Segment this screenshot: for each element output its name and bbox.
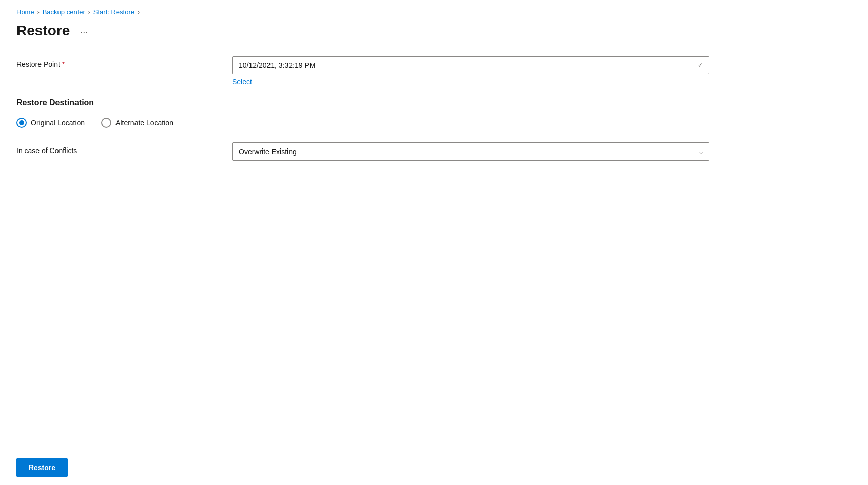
breadcrumb-separator-2: › <box>88 9 90 16</box>
conflicts-label: In case of Conflicts <box>16 142 232 155</box>
conflicts-value: Overwrite Existing <box>239 147 297 156</box>
breadcrumb-backup-center[interactable]: Backup center <box>43 8 85 16</box>
restore-point-label: Restore Point * <box>16 56 232 68</box>
alternate-location-option[interactable]: Alternate Location <box>101 118 173 128</box>
restore-form: Restore Point * 10/12/2021, 3:32:19 PM ✓… <box>16 56 709 161</box>
required-indicator: * <box>62 60 65 68</box>
restore-destination-section: Restore Destination Original Location Al… <box>16 98 709 128</box>
alternate-location-radio[interactable] <box>101 118 111 128</box>
conflicts-control: Overwrite Existing ⌵ <box>232 142 709 161</box>
footer: Restore <box>0 450 868 485</box>
restore-point-value: 10/12/2021, 3:32:19 PM <box>239 61 315 69</box>
restore-point-dropdown[interactable]: 10/12/2021, 3:32:19 PM ✓ <box>232 56 709 74</box>
breadcrumb-separator-3: › <box>138 9 140 16</box>
page-title: Restore <box>16 22 70 40</box>
select-link[interactable]: Select <box>232 78 709 86</box>
restore-point-control: 10/12/2021, 3:32:19 PM ✓ Select <box>232 56 709 86</box>
destination-radio-group: Original Location Alternate Location <box>16 118 709 128</box>
original-location-label: Original Location <box>31 119 85 127</box>
restore-point-check-icon: ✓ <box>698 62 703 69</box>
breadcrumb-current: Start: Restore <box>93 8 134 16</box>
restore-destination-heading: Restore Destination <box>16 98 709 107</box>
breadcrumb: Home › Backup center › Start: Restore › <box>16 8 852 16</box>
breadcrumb-separator-1: › <box>37 9 40 16</box>
conflicts-chevron-icon: ⌵ <box>699 148 703 155</box>
alternate-location-label: Alternate Location <box>115 119 173 127</box>
conflicts-dropdown[interactable]: Overwrite Existing ⌵ <box>232 142 709 161</box>
restore-point-row: Restore Point * 10/12/2021, 3:32:19 PM ✓… <box>16 56 709 86</box>
more-options-button[interactable]: ... <box>76 23 92 38</box>
breadcrumb-home[interactable]: Home <box>16 8 34 16</box>
page-header: Restore ... <box>16 22 852 40</box>
original-location-option[interactable]: Original Location <box>16 118 85 128</box>
original-location-radio[interactable] <box>16 118 27 128</box>
conflicts-row: In case of Conflicts Overwrite Existing … <box>16 142 709 161</box>
restore-button[interactable]: Restore <box>16 458 68 477</box>
